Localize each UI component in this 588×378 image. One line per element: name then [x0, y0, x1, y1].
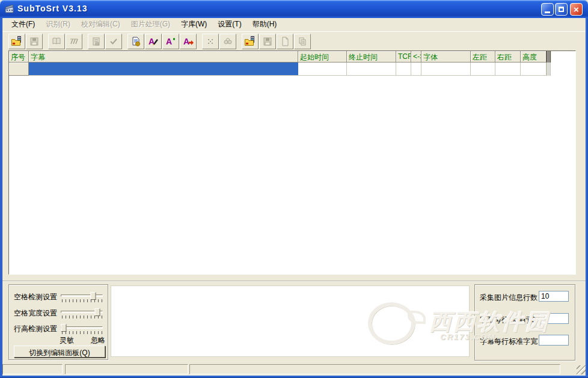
subtitle-cell-selected[interactable] — [29, 62, 298, 76]
image-recognize-icon — [91, 37, 101, 46]
open-project-button[interactable] — [242, 34, 259, 49]
close-icon: × — [574, 5, 579, 14]
minimize-button[interactable] — [541, 3, 554, 16]
image-preview-area — [111, 285, 470, 357]
sensitive-label: 灵敏 — [60, 335, 74, 346]
open-subtitle-button[interactable] — [8, 34, 25, 49]
column-header-start-time[interactable]: 起始时间 — [298, 51, 347, 62]
confirm-check-button[interactable] — [105, 34, 122, 49]
column-header-subtitle[interactable]: 字幕 — [29, 51, 298, 62]
line-height-slider[interactable] — [61, 326, 103, 329]
height-cell[interactable] — [521, 62, 547, 76]
copy-button[interactable] — [294, 34, 311, 49]
menu-recognize[interactable]: 识别(R) — [40, 17, 76, 31]
menu-proofread-edit[interactable]: 校对编辑(C) — [76, 17, 126, 31]
column-header-spacing[interactable]: <-> — [411, 51, 421, 62]
space-detect-label: 空格检测设置 — [14, 292, 57, 302]
image-recognize-button[interactable] — [88, 34, 105, 49]
start-time-cell[interactable] — [298, 62, 347, 76]
ocr-book-icon — [52, 37, 61, 46]
line-height-ticks — [62, 331, 103, 334]
pixel-points-icon — [206, 37, 215, 46]
menu-bar: 文件(F) 识别(R) 校对编辑(C) 图片处理(G) 字库(W) 设置(T) … — [2, 17, 586, 31]
status-panel-3 — [189, 364, 560, 374]
switch-to-edit-panel-button[interactable]: 切换到编辑面板(Q) — [14, 346, 105, 358]
resize-grip[interactable] — [577, 365, 586, 374]
column-header-left-gap[interactable]: 左距 — [471, 51, 495, 62]
menu-font-library[interactable]: 字库(W) — [176, 17, 212, 31]
font-add-button[interactable]: A — [162, 34, 179, 49]
open-subtitle-icon — [11, 36, 22, 46]
open-project-icon — [245, 36, 256, 46]
standard-line-height-input[interactable] — [539, 313, 569, 324]
column-header-font[interactable]: 字体 — [421, 51, 471, 62]
subtitle-table: 序号 字幕 起始时间 终止时间 TCF <-> 字体 左距 右距 高度 — [8, 50, 576, 275]
maximize-icon — [559, 7, 564, 12]
tcf-cell[interactable] — [396, 62, 411, 76]
space-width-slider[interactable] — [61, 311, 103, 313]
svg-text:A: A — [183, 37, 189, 46]
close-button[interactable]: × — [570, 3, 583, 16]
window-title: SubToSrt V3.13 — [17, 4, 87, 13]
save-icon — [29, 37, 39, 46]
capture-settings-group: 采集图片信息行数 字幕每行标准行高 字幕每行标准字宽 — [474, 284, 575, 361]
capture-lines-input[interactable] — [539, 291, 569, 302]
search-binoculars-icon — [223, 37, 233, 46]
row-header-cell[interactable] — [9, 62, 29, 76]
window-border-right — [586, 18, 588, 378]
toolbar: A A A — [2, 31, 586, 50]
menu-file[interactable]: 文件(F) — [6, 17, 40, 31]
app-window: SubToSrt V3.13 × 文件(F) 识别(R) 校对编辑(C) 图片处… — [0, 0, 588, 378]
save-button[interactable] — [26, 34, 43, 49]
bottom-panel: 空格检测设置 空格宽度设置 行高检测设置 灵敏 忽略 切换到编辑面板(Q) 采集… — [2, 281, 586, 363]
status-bar — [2, 362, 586, 376]
column-header-tcf[interactable]: TCF — [396, 51, 411, 62]
pixel-points-button[interactable] — [202, 34, 219, 49]
new-page-icon — [280, 37, 290, 46]
app-film-icon — [5, 4, 14, 14]
confirm-check-icon — [109, 37, 118, 46]
column-header-index[interactable]: 序号 — [9, 51, 29, 62]
title-bar[interactable]: SubToSrt V3.13 × — [0, 0, 588, 18]
split-lines-button[interactable] — [66, 34, 82, 49]
search-binoculars-button[interactable] — [219, 34, 236, 49]
standard-char-width-input[interactable] — [539, 335, 569, 346]
menu-image-process[interactable]: 图片处理(G) — [126, 17, 176, 31]
new-page-button[interactable] — [277, 34, 293, 49]
space-width-ticks — [62, 316, 103, 319]
menu-settings[interactable]: 设置(T) — [212, 17, 247, 31]
font-cell[interactable] — [421, 62, 471, 76]
svg-text:A: A — [166, 37, 172, 46]
right-gap-cell[interactable] — [495, 62, 521, 76]
status-panel-2 — [65, 364, 188, 374]
column-header-height[interactable]: 高度 — [521, 51, 547, 62]
spacing-cell[interactable] — [411, 62, 421, 76]
capture-lines-label: 采集图片信息行数 — [480, 293, 537, 303]
collapsed-cells — [547, 62, 551, 76]
minimize-icon — [545, 11, 550, 13]
column-header-right-gap[interactable]: 右距 — [495, 51, 521, 62]
menu-help[interactable]: 帮助(H) — [247, 17, 283, 31]
font-edit-button[interactable]: A — [145, 34, 162, 49]
font-add-icon: A — [166, 37, 176, 46]
doc-settings-button[interactable] — [127, 34, 144, 49]
column-header-end-time[interactable]: 终止时间 — [347, 51, 396, 62]
save-project-button[interactable] — [259, 34, 276, 49]
space-detect-ticks — [62, 299, 103, 302]
line-height-detect-label: 行高检测设置 — [14, 324, 57, 334]
space-width-label: 空格宽度设置 — [14, 308, 57, 319]
space-detect-slider[interactable] — [61, 294, 103, 297]
standard-line-height-label: 字幕每行标准行高 — [480, 315, 537, 325]
window-border-bottom — [0, 376, 588, 378]
font-edit-icon: A — [149, 37, 159, 46]
font-export-button[interactable]: A — [180, 34, 197, 49]
detection-settings-group: 空格检测设置 空格宽度设置 行高检测设置 灵敏 忽略 切换到编辑面板(Q) — [8, 284, 108, 360]
copy-icon — [298, 37, 307, 46]
standard-char-width-label: 字幕每行标准字宽 — [480, 337, 537, 347]
column-header-collapsed[interactable] — [547, 51, 551, 62]
left-gap-cell[interactable] — [471, 62, 495, 76]
maximize-button[interactable] — [555, 3, 568, 16]
font-export-icon: A — [183, 37, 194, 46]
ocr-book-button[interactable] — [48, 34, 65, 49]
end-time-cell[interactable] — [347, 62, 396, 76]
